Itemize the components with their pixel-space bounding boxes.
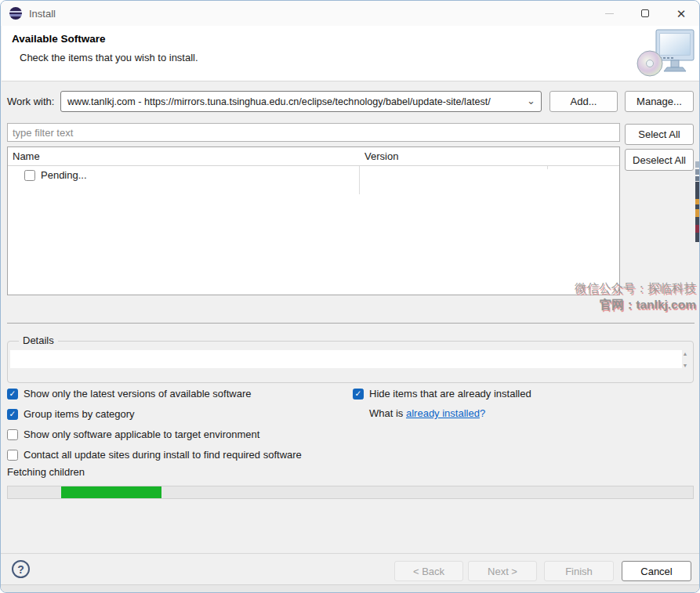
background-window-sliver bbox=[695, 233, 699, 242]
option-group-by-category[interactable]: ✓ Group items by category bbox=[7, 408, 135, 420]
progress-bar bbox=[7, 486, 694, 499]
background-window-sliver bbox=[695, 176, 699, 181]
footer-separator bbox=[1, 553, 699, 554]
link-prefix: What is bbox=[369, 407, 406, 419]
pending-checkbox[interactable] bbox=[24, 170, 35, 181]
maximize-button[interactable] bbox=[627, 1, 663, 26]
table-row[interactable]: Pending... bbox=[24, 169, 87, 181]
column-header-name[interactable]: Name bbox=[13, 150, 40, 162]
help-button[interactable]: ? bbox=[12, 560, 30, 578]
link-suffix: ? bbox=[480, 407, 485, 419]
background-window-sliver bbox=[695, 182, 699, 199]
scroll-up-icon[interactable]: ▲ bbox=[683, 351, 688, 356]
option-latest-versions[interactable]: ✓ Show only the latest versions of avail… bbox=[7, 388, 252, 400]
window-bottom-edge bbox=[1, 584, 699, 592]
work-with-label: Work with: bbox=[7, 96, 54, 107]
details-scrollbar[interactable]: ▲ ▼ bbox=[680, 351, 690, 368]
wizard-banner: Available Software Check the items that … bbox=[2, 26, 700, 81]
minimize-icon bbox=[605, 13, 614, 14]
add-button[interactable]: Add... bbox=[549, 91, 618, 112]
background-window-sliver bbox=[695, 217, 699, 225]
background-window-sliver bbox=[695, 161, 699, 168]
checkbox-checked-icon[interactable]: ✓ bbox=[353, 389, 364, 400]
select-all-button[interactable]: Select All bbox=[625, 124, 694, 145]
update-site-combobox[interactable]: www.tanlkj.com - https://mirrors.tuna.ts… bbox=[60, 91, 542, 112]
back-button: < Back bbox=[394, 561, 463, 581]
already-installed-link[interactable]: already installed bbox=[406, 407, 480, 419]
background-window-sliver bbox=[695, 169, 699, 175]
minimize-button[interactable] bbox=[591, 1, 627, 26]
background-window-sliver bbox=[695, 199, 699, 204]
checkbox-checked-icon[interactable]: ✓ bbox=[7, 409, 18, 420]
close-button[interactable]: ✕ bbox=[663, 1, 699, 26]
software-table: Name Version Pending... bbox=[7, 146, 620, 295]
column-header-version[interactable]: Version bbox=[365, 150, 398, 162]
watermark-line2: 官网：tanlkj.com bbox=[575, 296, 696, 313]
update-site-value: www.tanlkj.com - https://mirrors.tuna.ts… bbox=[67, 96, 491, 107]
close-icon: ✕ bbox=[676, 8, 687, 20]
manage-button[interactable]: Manage... bbox=[625, 91, 694, 112]
install-software-icon bbox=[636, 27, 695, 79]
details-textarea[interactable] bbox=[10, 350, 682, 368]
filter-input[interactable] bbox=[7, 123, 620, 142]
window-title: Install bbox=[29, 8, 56, 20]
option-label: Contact all update sites during install … bbox=[24, 449, 302, 461]
cancel-button[interactable]: Cancel bbox=[622, 561, 691, 581]
checkbox-checked-icon[interactable]: ✓ bbox=[7, 389, 18, 400]
checkbox-unchecked-icon[interactable] bbox=[7, 429, 18, 440]
option-contact-update-sites[interactable]: Contact all update sites during install … bbox=[7, 449, 302, 461]
install-dialog: Install ✕ Available Software Check the i… bbox=[0, 0, 700, 593]
details-sash[interactable] bbox=[7, 323, 695, 324]
pending-label: Pending... bbox=[41, 169, 87, 181]
background-window-sliver bbox=[695, 209, 699, 217]
progress-status: Fetching children bbox=[7, 466, 85, 478]
maximize-icon bbox=[641, 9, 649, 17]
titlebar: Install ✕ bbox=[1, 1, 699, 26]
scroll-down-icon[interactable]: ▼ bbox=[683, 363, 688, 368]
deselect-all-button[interactable]: Deselect All bbox=[625, 149, 694, 171]
option-target-environment[interactable]: Show only software applicable to target … bbox=[7, 428, 259, 440]
page-subtitle: Check the items that you wish to install… bbox=[20, 52, 198, 63]
finish-button: Finish bbox=[544, 561, 614, 581]
option-label: Show only the latest versions of availab… bbox=[24, 388, 252, 400]
option-label: Group items by category bbox=[24, 408, 135, 420]
chevron-down-icon[interactable]: ⌄ bbox=[527, 95, 535, 107]
next-button: Next > bbox=[468, 561, 537, 581]
checkbox-unchecked-icon[interactable] bbox=[7, 450, 18, 461]
what-is-installed-line: What is already installed? bbox=[369, 407, 485, 419]
background-window-sliver bbox=[695, 225, 699, 233]
option-label: Hide items that are already installed bbox=[369, 388, 531, 400]
details-group-label: Details bbox=[19, 334, 58, 346]
page-title: Available Software bbox=[12, 33, 106, 45]
details-group: Details ▲ ▼ bbox=[7, 341, 694, 383]
progress-fill bbox=[61, 486, 161, 498]
option-label: Show only software applicable to target … bbox=[24, 428, 259, 440]
table-header: Name Version bbox=[8, 147, 619, 166]
option-hide-installed[interactable]: ✓ Hide items that are already installed bbox=[353, 388, 531, 400]
eclipse-logo-icon bbox=[9, 7, 22, 20]
